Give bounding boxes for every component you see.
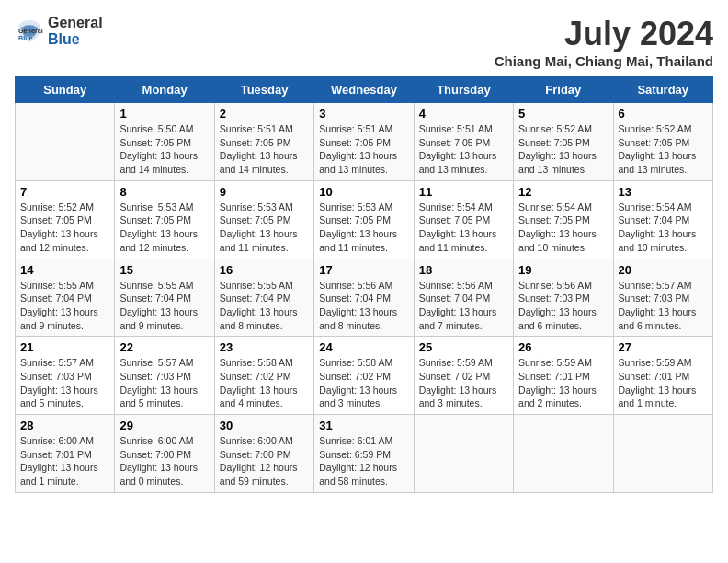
day-info: Sunrise: 6:01 AM Sunset: 6:59 PM Dayligh… — [319, 434, 408, 488]
logo-blue-text: Blue — [48, 31, 103, 48]
week-row-4: 21Sunrise: 5:57 AM Sunset: 7:03 PM Dayli… — [16, 337, 713, 415]
day-info: Sunrise: 6:00 AM Sunset: 7:00 PM Dayligh… — [220, 434, 309, 488]
day-number: 5 — [518, 107, 608, 121]
day-number: 24 — [319, 340, 408, 354]
calendar-cell — [414, 415, 513, 493]
day-number: 4 — [419, 107, 508, 121]
day-info: Sunrise: 5:51 AM Sunset: 7:05 PM Dayligh… — [220, 122, 309, 177]
calendar-cell: 12Sunrise: 5:54 AM Sunset: 7:05 PM Dayli… — [514, 180, 613, 259]
calendar-cell: 24Sunrise: 5:58 AM Sunset: 7:02 PM Dayli… — [314, 337, 414, 415]
calendar-cell: 26Sunrise: 5:59 AM Sunset: 7:01 PM Dayli… — [514, 337, 613, 415]
svg-text:Blue: Blue — [18, 33, 33, 41]
day-number: 22 — [119, 340, 209, 354]
day-number: 13 — [619, 185, 708, 199]
calendar-cell: 28Sunrise: 6:00 AM Sunset: 7:01 PM Dayli… — [16, 415, 115, 493]
day-info: Sunrise: 5:55 AM Sunset: 7:04 PM Dayligh… — [119, 279, 209, 333]
day-number: 21 — [20, 340, 109, 354]
calendar-cell: 21Sunrise: 5:57 AM Sunset: 7:03 PM Dayli… — [16, 337, 115, 415]
day-info: Sunrise: 5:59 AM Sunset: 7:02 PM Dayligh… — [419, 356, 508, 410]
day-number: 17 — [319, 263, 408, 277]
day-info: Sunrise: 5:50 AM Sunset: 7:05 PM Dayligh… — [119, 122, 209, 177]
day-number: 29 — [119, 419, 209, 432]
calendar-cell: 4Sunrise: 5:51 AM Sunset: 7:05 PM Daylig… — [414, 103, 513, 181]
calendar-cell: 19Sunrise: 5:56 AM Sunset: 7:03 PM Dayli… — [514, 259, 613, 337]
col-sunday: Sunday — [16, 77, 115, 103]
day-number: 7 — [20, 185, 109, 199]
col-tuesday: Tuesday — [214, 77, 313, 103]
day-info: Sunrise: 5:51 AM Sunset: 7:05 PM Dayligh… — [419, 122, 508, 177]
calendar-cell: 16Sunrise: 5:55 AM Sunset: 7:04 PM Dayli… — [214, 259, 313, 337]
day-number: 15 — [119, 263, 209, 277]
week-row-1: 1Sunrise: 5:50 AM Sunset: 7:05 PM Daylig… — [16, 103, 713, 181]
col-monday: Monday — [115, 77, 214, 103]
calendar-cell — [16, 103, 115, 181]
calendar-cell: 25Sunrise: 5:59 AM Sunset: 7:02 PM Dayli… — [414, 337, 513, 415]
day-number: 25 — [419, 340, 508, 354]
day-number: 30 — [220, 419, 309, 432]
day-info: Sunrise: 5:54 AM Sunset: 7:04 PM Dayligh… — [619, 201, 708, 255]
calendar-cell: 11Sunrise: 5:54 AM Sunset: 7:05 PM Dayli… — [414, 180, 513, 259]
calendar-cell: 27Sunrise: 5:59 AM Sunset: 7:01 PM Dayli… — [613, 337, 712, 415]
calendar-cell: 20Sunrise: 5:57 AM Sunset: 7:03 PM Dayli… — [613, 259, 712, 337]
day-number: 3 — [319, 107, 408, 121]
day-info: Sunrise: 5:54 AM Sunset: 7:05 PM Dayligh… — [518, 201, 608, 255]
calendar-cell: 10Sunrise: 5:53 AM Sunset: 7:05 PM Dayli… — [314, 180, 414, 259]
calendar-table: Sunday Monday Tuesday Wednesday Thursday… — [15, 76, 713, 493]
day-info: Sunrise: 6:00 AM Sunset: 7:01 PM Dayligh… — [20, 434, 109, 488]
week-row-5: 28Sunrise: 6:00 AM Sunset: 7:01 PM Dayli… — [16, 415, 713, 493]
calendar-cell: 31Sunrise: 6:01 AM Sunset: 6:59 PM Dayli… — [314, 415, 414, 493]
weekday-header-row: Sunday Monday Tuesday Wednesday Thursday… — [16, 77, 713, 103]
day-info: Sunrise: 5:59 AM Sunset: 7:01 PM Dayligh… — [619, 356, 708, 410]
day-number: 19 — [518, 263, 608, 277]
day-info: Sunrise: 5:52 AM Sunset: 7:05 PM Dayligh… — [518, 122, 608, 177]
day-number: 18 — [419, 263, 508, 277]
day-info: Sunrise: 5:57 AM Sunset: 7:03 PM Dayligh… — [619, 279, 708, 333]
col-wednesday: Wednesday — [314, 77, 414, 103]
calendar-body: 1Sunrise: 5:50 AM Sunset: 7:05 PM Daylig… — [16, 103, 713, 493]
logo: General Blue General Blue — [15, 15, 103, 47]
day-number: 28 — [20, 419, 109, 432]
calendar-cell: 30Sunrise: 6:00 AM Sunset: 7:00 PM Dayli… — [214, 415, 313, 493]
day-info: Sunrise: 5:55 AM Sunset: 7:04 PM Dayligh… — [220, 279, 309, 333]
day-info: Sunrise: 5:53 AM Sunset: 7:05 PM Dayligh… — [319, 201, 408, 255]
day-number: 2 — [220, 107, 309, 121]
day-info: Sunrise: 5:59 AM Sunset: 7:01 PM Dayligh… — [518, 356, 608, 410]
calendar-cell: 3Sunrise: 5:51 AM Sunset: 7:05 PM Daylig… — [314, 103, 414, 181]
calendar-cell: 18Sunrise: 5:56 AM Sunset: 7:04 PM Dayli… — [414, 259, 513, 337]
day-info: Sunrise: 5:52 AM Sunset: 7:05 PM Dayligh… — [619, 122, 708, 177]
day-info: Sunrise: 5:52 AM Sunset: 7:05 PM Dayligh… — [20, 201, 109, 255]
day-number: 9 — [220, 185, 309, 199]
calendar-cell: 23Sunrise: 5:58 AM Sunset: 7:02 PM Dayli… — [214, 337, 313, 415]
day-number: 20 — [619, 263, 708, 277]
day-number: 1 — [119, 107, 209, 121]
day-info: Sunrise: 5:56 AM Sunset: 7:03 PM Dayligh… — [518, 279, 608, 333]
calendar-cell: 22Sunrise: 5:57 AM Sunset: 7:03 PM Dayli… — [115, 337, 214, 415]
day-number: 10 — [319, 185, 408, 199]
col-friday: Friday — [514, 77, 613, 103]
day-number: 16 — [220, 263, 309, 277]
day-info: Sunrise: 5:56 AM Sunset: 7:04 PM Dayligh… — [419, 279, 508, 333]
day-info: Sunrise: 5:58 AM Sunset: 7:02 PM Dayligh… — [319, 356, 408, 410]
day-number: 26 — [518, 340, 608, 354]
day-info: Sunrise: 5:55 AM Sunset: 7:04 PM Dayligh… — [20, 279, 109, 333]
logo-general-text: General — [48, 15, 103, 31]
page-header: General Blue General Blue July 2024 Chia… — [15, 15, 713, 69]
calendar-cell: 8Sunrise: 5:53 AM Sunset: 7:05 PM Daylig… — [115, 180, 214, 259]
calendar-cell — [514, 415, 613, 493]
calendar-header: Sunday Monday Tuesday Wednesday Thursday… — [16, 77, 713, 103]
day-info: Sunrise: 5:56 AM Sunset: 7:04 PM Dayligh… — [319, 279, 408, 333]
calendar-cell: 1Sunrise: 5:50 AM Sunset: 7:05 PM Daylig… — [115, 103, 214, 181]
calendar-cell: 5Sunrise: 5:52 AM Sunset: 7:05 PM Daylig… — [514, 103, 613, 181]
col-saturday: Saturday — [613, 77, 712, 103]
day-number: 27 — [619, 340, 708, 354]
day-info: Sunrise: 6:00 AM Sunset: 7:00 PM Dayligh… — [119, 434, 209, 488]
day-info: Sunrise: 5:57 AM Sunset: 7:03 PM Dayligh… — [20, 356, 109, 410]
calendar-cell — [613, 415, 712, 493]
logo-icon: General Blue — [15, 17, 44, 46]
month-title: July 2024 — [495, 15, 713, 53]
day-info: Sunrise: 5:54 AM Sunset: 7:05 PM Dayligh… — [419, 201, 508, 255]
calendar-cell: 13Sunrise: 5:54 AM Sunset: 7:04 PM Dayli… — [613, 180, 712, 259]
day-number: 6 — [619, 107, 708, 121]
calendar-cell: 14Sunrise: 5:55 AM Sunset: 7:04 PM Dayli… — [16, 259, 115, 337]
col-thursday: Thursday — [414, 77, 513, 103]
